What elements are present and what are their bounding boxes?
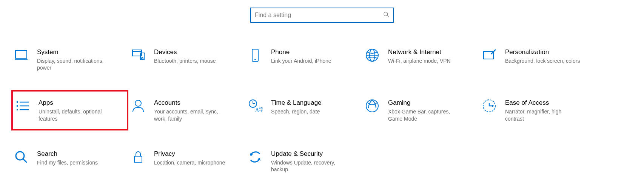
- tile-title: System: [37, 48, 125, 56]
- tile-desc: Your accounts, email, sync, work, family: [154, 108, 230, 122]
- apps-icon: [15, 98, 30, 113]
- magnifier-icon: [14, 149, 29, 165]
- tile-desc: Location, camera, microphone: [154, 159, 230, 166]
- tile-desc: Find my files, permissions: [37, 159, 112, 166]
- accounts-icon: [131, 98, 146, 113]
- search-box[interactable]: [250, 8, 394, 23]
- tile-title: Search: [37, 150, 125, 158]
- tile-title: Apps: [39, 99, 123, 107]
- svg-point-7: [142, 57, 143, 59]
- tile-accounts[interactable]: Accounts Your accounts, email, sync, wor…: [128, 96, 245, 124]
- tile-desc: Narrator, magnifier, high contrast: [505, 108, 581, 122]
- tile-update[interactable]: Update & Security Windows Update, recove…: [245, 147, 362, 175]
- svg-rect-30: [134, 156, 142, 162]
- settings-grid: System Display, sound, notifications, po…: [0, 45, 644, 175]
- svg-point-25: [366, 100, 378, 112]
- tile-desc: Uninstall, defaults, optional features: [39, 108, 114, 122]
- svg-point-28: [16, 152, 24, 160]
- tile-title: Privacy: [154, 150, 242, 158]
- tile-desc: Bluetooth, printers, mouse: [154, 57, 230, 64]
- gaming-icon: [365, 98, 380, 113]
- svg-line-1: [387, 16, 389, 17]
- tile-desc: Display, sound, notifications, power: [37, 57, 112, 71]
- search-input[interactable]: [255, 12, 383, 19]
- tile-phone[interactable]: Phone Link your Android, iPhone: [245, 45, 362, 73]
- tile-title: Ease of Access: [505, 99, 593, 107]
- globe-icon: [365, 48, 380, 63]
- tile-desc: Speech, region, date: [271, 108, 347, 115]
- tile-ease[interactable]: Ease of Access Narrator, magnifier, high…: [479, 96, 596, 124]
- tile-system[interactable]: System Display, sound, notifications, po…: [11, 45, 128, 73]
- tile-desc: Windows Update, recovery, backup: [271, 159, 347, 173]
- tile-title: Phone: [271, 48, 359, 56]
- tile-desc: Wi-Fi, airplane mode, VPN: [388, 57, 464, 64]
- tile-title: Time & Language: [271, 99, 359, 107]
- svg-rect-16: [17, 105, 18, 107]
- ease-of-access-icon: [482, 98, 497, 113]
- tile-apps[interactable]: Apps Uninstall, defaults, optional featu…: [11, 90, 128, 130]
- devices-icon: [131, 48, 146, 63]
- time-language-icon: A字: [248, 98, 263, 113]
- svg-marker-27: [492, 105, 494, 107]
- tile-desc: Xbox Game Bar, captures, Game Mode: [388, 108, 464, 122]
- system-icon: [14, 48, 29, 63]
- svg-point-20: [135, 100, 141, 106]
- tile-title: Personalization: [505, 48, 593, 56]
- svg-line-29: [23, 159, 27, 163]
- svg-point-0: [384, 12, 388, 16]
- tile-network[interactable]: Network & Internet Wi-Fi, airplane mode,…: [362, 45, 479, 73]
- svg-rect-2: [15, 51, 27, 58]
- svg-text:A字: A字: [255, 107, 263, 113]
- svg-rect-18: [17, 109, 18, 110]
- tile-time[interactable]: A字 Time & Language Speech, region, date: [245, 96, 362, 124]
- lock-icon: [131, 149, 146, 165]
- tile-title: Gaming: [388, 99, 476, 107]
- update-icon: [248, 149, 263, 165]
- tile-personalization[interactable]: Personalization Background, lock screen,…: [479, 45, 596, 73]
- search-icon: [383, 11, 389, 19]
- tile-desc: Background, lock screen, colors: [505, 57, 581, 64]
- tile-title: Network & Internet: [388, 48, 476, 56]
- svg-rect-14: [17, 101, 18, 103]
- phone-icon: [248, 48, 263, 63]
- tile-search[interactable]: Search Find my files, permissions: [11, 147, 128, 175]
- personalization-icon: [482, 48, 497, 63]
- tile-title: Accounts: [154, 99, 242, 107]
- tile-privacy[interactable]: Privacy Location, camera, microphone: [128, 147, 245, 175]
- tile-desc: Link your Android, iPhone: [271, 57, 347, 64]
- tile-title: Update & Security: [271, 150, 359, 158]
- tile-gaming[interactable]: Gaming Xbox Game Bar, captures, Game Mod…: [362, 96, 479, 124]
- tile-title: Devices: [154, 48, 242, 56]
- tile-devices[interactable]: Devices Bluetooth, printers, mouse: [128, 45, 245, 73]
